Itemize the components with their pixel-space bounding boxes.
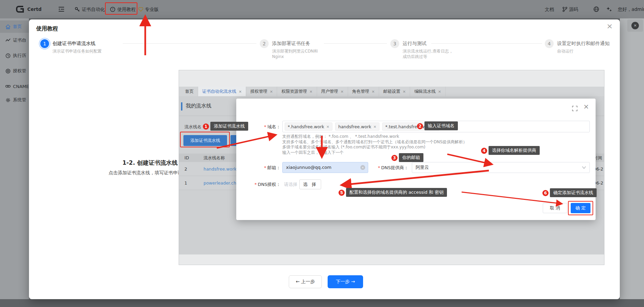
home-icon [5,24,11,29]
nav-cert-automation[interactable]: 证书自动化 [82,0,105,18]
sidebar-item-label: 执行历 [13,53,26,59]
domain-help-text: 支持通配符域名，例如： *.foo.com 、 *.test.handsfree… [282,134,467,155]
modal-close-icon[interactable]: × [606,22,613,30]
domain-label: *域名： [246,124,281,130]
step-1-number: 1 [40,39,49,48]
tab-edit-pipeline[interactable]: 编辑流水线× [410,87,446,96]
tab-cert-pipeline[interactable]: 证书自动化流水线× [198,87,246,96]
tab-auth-manage[interactable]: 授权管理× [246,87,277,96]
history-clock-icon [5,53,11,58]
top-navbar: Certd 证书自动化 ? 使用教程 专业版 文档 源码 您好，admin [0,0,644,18]
tab-close-icon[interactable]: × [403,89,406,94]
annotation-badge-4: 4 [481,148,487,154]
email-field[interactable]: xiaojunnuo@qq.com [282,162,368,173]
tab-close-icon[interactable]: × [239,89,242,94]
sidebar-item-system[interactable]: 系统管 [0,94,29,106]
tab-close-icon[interactable]: × [341,89,344,94]
nav-pro[interactable]: 专业版 [145,0,159,18]
required-asterisk: * [255,182,257,187]
pipeline-panel-title: 我的流水线 [186,103,211,109]
cancel-button[interactable]: 取 消 [543,203,567,213]
tab-close-icon[interactable]: × [309,89,312,94]
globe-icon[interactable] [594,6,599,12]
fullscreen-icon[interactable] [572,106,578,111]
domain-tag: handsfree.work× [335,122,379,131]
sidebar-item-cname[interactable]: CNAME [0,80,29,92]
tab-close-icon[interactable]: × [438,89,441,94]
sidebar-item-auth[interactable]: 授权管 [0,65,29,77]
prev-step-button[interactable]: ← 上一步 [289,275,322,288]
dns-auth-choose-button[interactable]: 选 择 [299,179,321,189]
required-asterisk: * [264,124,267,129]
dialog-close-icon[interactable]: × [583,102,589,111]
nav-docs[interactable]: 文档 [545,0,554,18]
annotation-badge-5: 5 [339,190,345,196]
menu-fold-icon[interactable] [59,7,64,12]
next-step-button[interactable]: 下一步 → [328,275,363,288]
sidebar-item-label: 证书自 [13,37,26,43]
annotation-badge-2: 2 [417,123,423,129]
annotation-badge-3: 3 [391,155,398,161]
demo-tabbar: 首页 证书自动化流水线× 授权管理× 权限资源管理× 用户管理× 角色管理× 邮… [179,87,604,96]
sidebar-item-cert[interactable]: 证书自 [0,34,29,46]
annotation-tooltip-2: 输入证书域名 [424,121,458,130]
step-4-title: 设置定时执行和邮件通知 [557,41,610,47]
annotation-tooltip-4: 选择你域名解析提供商 [489,146,540,155]
pipeline-link[interactable]: handsfree.work证 [204,162,241,176]
sidebar-item-label: CNAME [13,84,29,89]
link-icon [5,84,11,88]
tab-permission[interactable]: 权限资源管理× [277,87,317,96]
annotation-tooltip-3: 你的邮箱 [399,153,423,162]
dns-provider-select[interactable]: 阿里云 [412,162,590,173]
panel-accent-bar [181,102,182,111]
dns-auth-placeholder: 请选择 [284,181,297,188]
modal-title: 使用教程 [36,25,58,32]
close-tabs-widget[interactable]: × [627,19,643,32]
brand-name: Certd [27,0,42,18]
step-3-desc: 演示流水线运行,查看日志，成功后跳过等 [403,48,454,59]
step-3-number: 3 [390,39,399,48]
step-2-desc: 演示部署到阿里云CDN和Nginx [272,48,327,59]
close-all-icon[interactable]: × [631,22,639,29]
user-greeting[interactable]: 您好，admin [618,0,644,18]
tab-close-icon[interactable]: × [270,89,273,94]
sidebar-item-history[interactable]: 执行历 [0,49,29,62]
step-2-number: 2 [260,39,269,48]
step-connector [123,43,256,44]
clear-input-icon[interactable]: × [360,165,365,170]
key-icon [75,7,80,12]
page-right-strip: × [620,18,644,299]
demo-footer-strip [179,254,604,265]
tab-home[interactable]: 首页 [181,87,198,96]
domain-tag: *.handsfree.work× [285,122,332,131]
nav-source[interactable]: 源码 [569,0,578,18]
col-id: ID [184,154,189,162]
sidebar-item-label: 系统管 [13,97,26,103]
tab-close-icon[interactable]: × [372,89,375,94]
tag-close-icon[interactable]: × [326,125,329,129]
annotation-tooltip-1: 添加证书流水线 [210,122,248,131]
step-3-title: 运行与测试 [403,41,426,47]
annotation-tooltip-5: 配置和选择你的域名提供商的 accessid 和 密钥 [346,188,447,197]
step-2-title: 添加部署证书任务 [272,41,310,47]
annotation-badge-6: 6 [542,190,549,196]
tab-email[interactable]: 邮箱设置× [379,87,410,96]
pro-badge-icon [138,7,143,12]
sparkles-icon[interactable] [606,6,612,12]
annotation-tooltip-6: 确定添加证书流水线 [550,188,597,197]
email-label: *邮箱： [246,165,281,171]
required-asterisk: * [378,165,380,170]
tab-users[interactable]: 用户管理× [317,87,348,96]
highlight-box-tutorial [105,2,137,15]
sidebar-item-home[interactable]: 首页 [0,20,29,33]
row-id: 1 [184,176,187,190]
step-1-title: 创建证书申请流水线 [53,41,95,47]
pipeline-link[interactable]: powerleader.chat [204,176,240,190]
required-asterisk: * [264,165,267,170]
tag-close-icon[interactable]: × [373,125,376,129]
col-name: 流水线名称 [204,154,225,162]
git-branch-icon [563,7,567,12]
highlight-box-ok-button [568,201,593,215]
pipeline-filter-label: 流水线名 [184,124,201,130]
tab-roles[interactable]: 角色管理× [348,87,379,96]
